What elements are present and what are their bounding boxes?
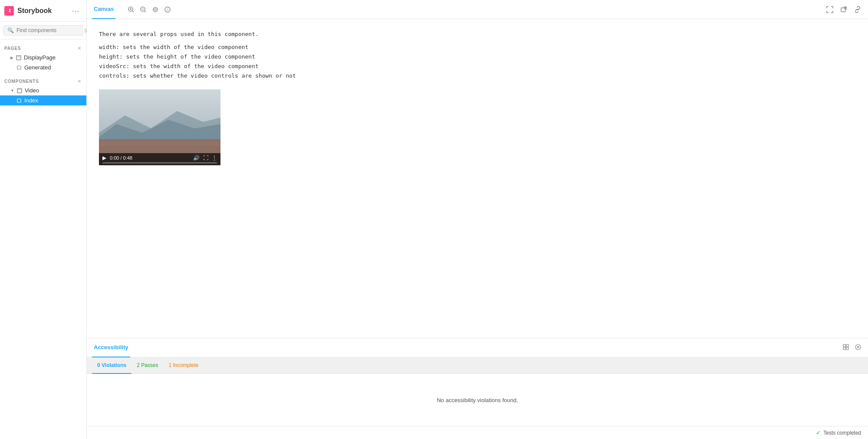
- svg-rect-2: [17, 66, 21, 69]
- search-box[interactable]: 🔍 /: [3, 25, 83, 36]
- link-button[interactable]: [852, 4, 863, 15]
- svg-text:?: ?: [167, 8, 169, 12]
- close-icon: [855, 344, 861, 350]
- panel-content: No accessibility violations found.: [87, 374, 868, 426]
- video-player: ▶ 0:00 / 0:48 🔊 ⛶ ⋮: [99, 89, 220, 165]
- expand-button[interactable]: [825, 4, 835, 15]
- video-progress-bar[interactable]: [102, 162, 217, 164]
- desc-line-5: controls: sets whether the video control…: [99, 71, 856, 81]
- video-expand-icon: ▼: [10, 88, 14, 93]
- fullscreen-icon[interactable]: ⛶: [203, 155, 208, 161]
- svg-rect-25: [846, 344, 848, 347]
- svg-rect-27: [846, 347, 848, 350]
- sidebar-nav: PAGES × ▶ DisplayPage Generated COMPONEN…: [0, 39, 86, 439]
- content-area: There are several props used in this com…: [87, 19, 868, 426]
- desc-line-3: height: sets the height of the video com…: [99, 52, 856, 62]
- pages-section-title: PAGES: [4, 46, 21, 51]
- canvas-area: There are several props used in this com…: [87, 19, 868, 338]
- sidebar-item-video[interactable]: ▼ Video: [0, 85, 86, 95]
- brand-name: Storybook: [17, 7, 52, 15]
- tab-incomplete[interactable]: 1 Incomplete: [164, 357, 204, 374]
- svg-rect-0: [16, 56, 21, 60]
- new-window-icon: [840, 6, 847, 13]
- svg-point-13: [153, 7, 158, 12]
- sidebar-menu-button[interactable]: ⋯: [69, 5, 82, 16]
- sidebar: Storybook ⋯ 🔍 / PAGES × ▶: [0, 0, 87, 439]
- expand-icon: [826, 6, 833, 13]
- tests-completed-label: Tests completed: [823, 430, 861, 436]
- video-label: Video: [25, 87, 39, 94]
- zoom-reset-icon: [152, 6, 159, 13]
- video-group-icon: [17, 88, 22, 93]
- svg-line-9: [132, 11, 134, 12]
- canvas-toolbar: ?: [126, 4, 173, 15]
- sidebar-item-displaypage[interactable]: ▶ DisplayPage: [0, 52, 86, 62]
- new-window-button[interactable]: [838, 4, 849, 15]
- tab-passes[interactable]: 2 Passes: [132, 357, 163, 374]
- info-button[interactable]: ?: [162, 4, 173, 15]
- top-bar-right-controls: [825, 4, 863, 15]
- info-icon: ?: [164, 6, 171, 13]
- panel-close-button[interactable]: [853, 342, 863, 353]
- svg-rect-26: [843, 347, 845, 350]
- index-item-icon: [16, 98, 22, 103]
- sidebar-item-index[interactable]: Index: [0, 95, 86, 105]
- sidebar-brand: Storybook: [4, 6, 52, 16]
- panel-tab-bar: Accessibility: [87, 338, 868, 357]
- svg-rect-5: [17, 99, 21, 102]
- panel-tab-right-controls: [841, 342, 863, 353]
- search-icon: 🔍: [7, 27, 14, 33]
- video-time: 0:00 / 0:48: [110, 155, 132, 161]
- search-input[interactable]: [16, 27, 82, 33]
- zoom-reset-button[interactable]: [150, 4, 161, 15]
- svg-line-12: [145, 11, 146, 12]
- tab-canvas[interactable]: Canvas: [92, 0, 115, 19]
- components-section-header: COMPONENTS ×: [0, 76, 86, 85]
- storybook-logo-icon: [6, 8, 12, 14]
- sidebar-header: Storybook ⋯: [0, 0, 86, 22]
- pages-section-close[interactable]: ×: [77, 45, 82, 52]
- video-component: ▶ 0:00 / 0:48 🔊 ⛶ ⋮: [99, 89, 220, 165]
- tab-violations[interactable]: 0 Violations: [92, 357, 132, 374]
- svg-rect-3: [17, 88, 22, 93]
- storybook-logo: [4, 6, 14, 16]
- components-section-title: COMPONENTS: [4, 79, 39, 84]
- pages-section-header: PAGES ×: [0, 43, 86, 52]
- displaypage-label: DisplayPage: [24, 54, 56, 61]
- top-bar: Canvas ?: [87, 0, 868, 19]
- canvas-description: There are several props used in this com…: [99, 29, 856, 81]
- expand-icon: ▶: [10, 56, 13, 60]
- play-button[interactable]: ▶: [102, 155, 106, 161]
- zoom-in-button[interactable]: [126, 4, 136, 15]
- grid-icon: [843, 344, 849, 350]
- svg-point-14: [155, 9, 156, 10]
- volume-icon[interactable]: 🔊: [193, 155, 200, 161]
- desc-line-4: videoSrc: sets the width of the video co…: [99, 62, 856, 71]
- zoom-out-icon: [140, 6, 147, 13]
- sidebar-item-generated[interactable]: Generated: [0, 62, 86, 72]
- panel-grid-button[interactable]: [841, 342, 851, 353]
- status-bar: ✓ Tests completed: [87, 426, 868, 439]
- main-content: Canvas ?: [87, 0, 868, 439]
- zoom-in-icon: [128, 6, 135, 13]
- desc-line-1: There are several props used in this com…: [99, 29, 856, 39]
- generated-label: Generated: [24, 64, 51, 71]
- check-icon: ✓: [816, 429, 821, 436]
- components-section-close[interactable]: ×: [77, 78, 82, 85]
- more-options-icon[interactable]: ⋮: [212, 155, 217, 161]
- sidebar-search-container: 🔍 /: [0, 22, 86, 39]
- index-label: Index: [24, 97, 38, 104]
- video-controls-right: 🔊 ⛶ ⋮: [193, 155, 217, 161]
- video-controls: ▶ 0:00 / 0:48 🔊 ⛶ ⋮: [99, 153, 220, 165]
- video-controls-row: ▶ 0:00 / 0:48 🔊 ⛶ ⋮: [102, 155, 217, 161]
- tab-accessibility[interactable]: Accessibility: [92, 338, 130, 357]
- accessibility-panel: Accessibility: [87, 338, 868, 426]
- displaypage-group-icon: [16, 55, 21, 60]
- generated-item-icon: [16, 65, 22, 70]
- svg-rect-24: [843, 344, 845, 347]
- desc-line-2: width: sets the width of the video compo…: [99, 43, 856, 52]
- violations-tabs: 0 Violations 2 Passes 1 Incomplete: [87, 357, 868, 374]
- zoom-out-button[interactable]: [138, 4, 148, 15]
- no-violations-message: No accessibility violations found.: [437, 397, 518, 403]
- link-icon: [854, 6, 861, 13]
